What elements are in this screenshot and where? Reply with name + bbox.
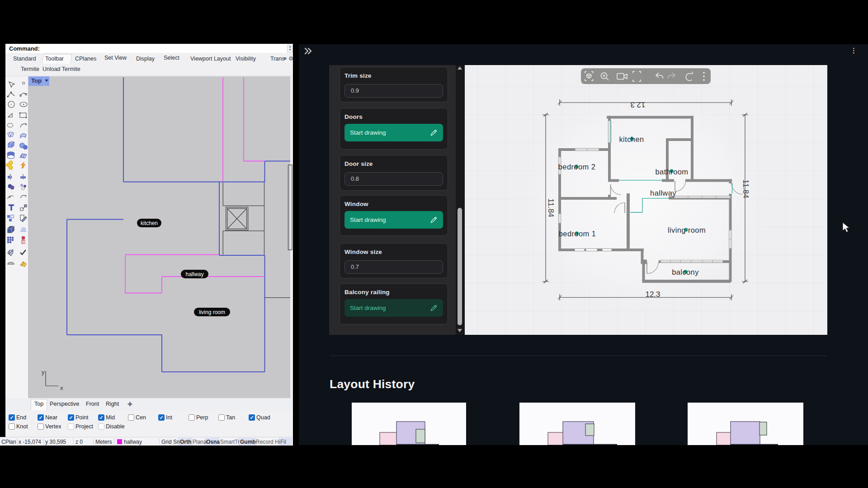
svg-text:bedroom 1: bedroom 1 — [559, 230, 596, 238]
svg-text:x: x — [60, 385, 63, 391]
svg-text:kitchen: kitchen — [619, 135, 644, 143]
svg-text:kitchen: kitchen — [141, 220, 158, 226]
svg-text:balcony: balcony — [672, 268, 699, 276]
svg-text:bathroom: bathroom — [656, 168, 689, 176]
svg-text:living room: living room — [199, 309, 225, 315]
svg-text:11.84: 11.84 — [547, 198, 555, 217]
svg-text:12.3: 12.3 — [630, 100, 645, 109]
svg-text:hallway: hallway — [185, 271, 203, 277]
svg-text:11.84: 11.84 — [741, 179, 750, 198]
svg-text:living room: living room — [668, 226, 706, 234]
svg-text:bedroom 2: bedroom 2 — [558, 163, 595, 171]
svg-text:hallway: hallway — [650, 189, 676, 197]
svg-text:12.3: 12.3 — [645, 290, 660, 299]
svg-text:y: y — [42, 369, 45, 375]
